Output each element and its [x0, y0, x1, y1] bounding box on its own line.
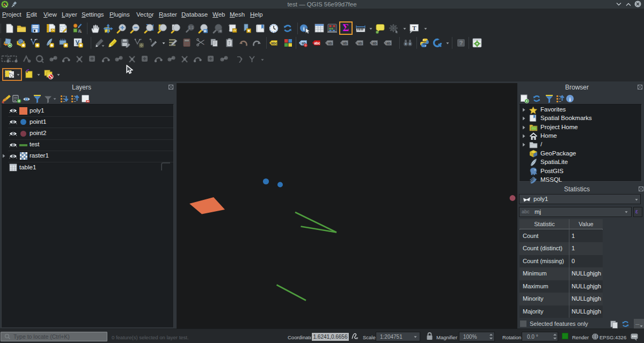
- svg-text:ab: ab: [386, 41, 391, 45]
- svg-text:?: ?: [459, 40, 463, 46]
- svg-text:&: &: [78, 28, 82, 34]
- svg-text:1:1: 1:1: [188, 26, 194, 29]
- svg-text:T: T: [412, 25, 416, 31]
- svg-text:ab: ab: [358, 41, 362, 45]
- svg-text:ab: ab: [343, 41, 347, 45]
- svg-text:ab: ab: [328, 41, 332, 45]
- svg-text:ab: ab: [372, 41, 377, 45]
- svg-text:i: i: [303, 25, 304, 32]
- svg-text:abc: abc: [314, 41, 320, 45]
- svg-text:abc: abc: [271, 41, 277, 45]
- svg-text:i: i: [569, 96, 570, 102]
